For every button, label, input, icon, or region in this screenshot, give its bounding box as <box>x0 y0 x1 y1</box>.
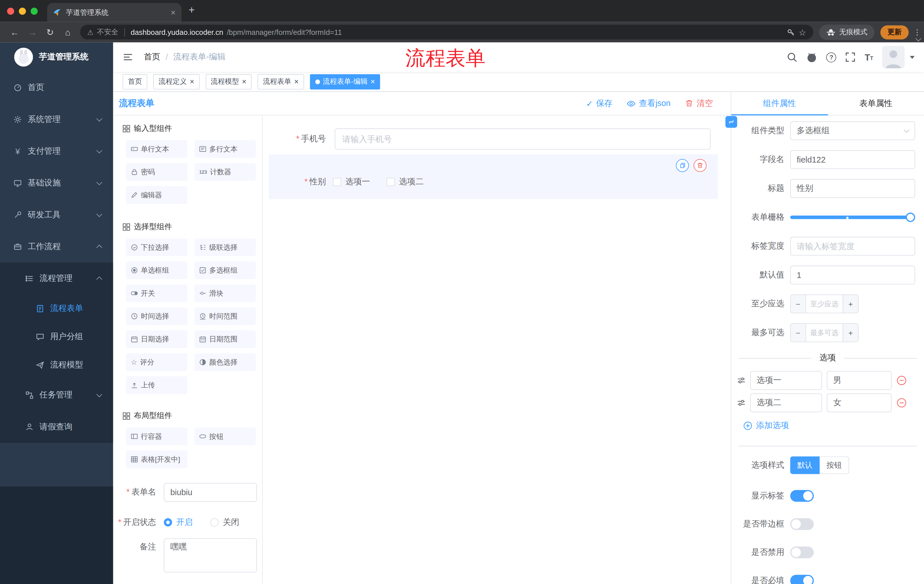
update-button[interactable]: 更新 <box>880 25 909 39</box>
help-icon[interactable]: ? <box>826 52 836 62</box>
sidebar-item-process-management[interactable]: 流程管理 <box>0 263 113 294</box>
delete-widget-button[interactable] <box>693 159 706 172</box>
palette-item-upload[interactable]: 上传 <box>126 376 187 394</box>
label-width-input[interactable] <box>790 237 915 256</box>
not-secure-label[interactable]: 不安全 <box>97 27 118 37</box>
palette-item-editor[interactable]: 编辑器 <box>126 186 187 204</box>
reload-button[interactable]: ↻ <box>41 27 59 38</box>
tag-process-form[interactable]: 流程表单× <box>257 74 304 89</box>
increase-button[interactable]: + <box>843 324 858 342</box>
palette-item-counter[interactable]: 123计数器 <box>195 163 256 181</box>
sidebar-item-infrastructure[interactable]: 基础设施 <box>0 167 113 199</box>
option-label-input[interactable] <box>750 371 822 390</box>
tag-process-model[interactable]: 流程模型× <box>206 74 252 89</box>
form-name-input[interactable] <box>164 483 257 502</box>
tag-home[interactable]: 首页 <box>123 74 147 89</box>
minimize-window-button[interactable] <box>19 8 26 15</box>
remove-option-button[interactable] <box>896 397 907 408</box>
remark-textarea[interactable]: 嘿嘿 <box>164 538 257 572</box>
copy-widget-button[interactable] <box>676 159 689 172</box>
breadcrumb-home[interactable]: 首页 <box>144 52 160 62</box>
option-label-input[interactable] <box>750 393 822 412</box>
palette-item-password[interactable]: 密码 <box>126 163 187 181</box>
palette-item-checkbox-group[interactable]: 多选框组 <box>195 262 256 279</box>
close-window-button[interactable] <box>7 8 14 15</box>
palette-item-row-container[interactable]: 行容器 <box>126 428 187 445</box>
option-value-input[interactable] <box>827 393 892 412</box>
sidebar-item-user-group[interactable]: 用户分组 <box>0 323 113 351</box>
add-option-button[interactable]: 添加选项 <box>743 421 924 431</box>
sidebar-item-home[interactable]: 首页 <box>0 72 113 104</box>
slider-handle[interactable] <box>906 212 915 222</box>
palette-item-radio-group[interactable]: 单选框组 <box>126 262 187 279</box>
forward-button[interactable]: → <box>23 27 41 37</box>
palette-item-cascader[interactable]: 级联选择 <box>195 239 256 256</box>
search-icon[interactable] <box>787 52 797 62</box>
increase-button[interactable]: + <box>843 295 858 313</box>
font-size-icon[interactable]: TT <box>865 53 873 61</box>
decrease-button[interactable]: − <box>791 295 806 313</box>
palette-item-date-range[interactable]: 日期范围 <box>195 330 256 348</box>
max-select-input[interactable] <box>806 324 843 342</box>
palette-item-rate[interactable]: ☆评分 <box>126 354 187 371</box>
palette-item-time-range[interactable]: 时间范围 <box>195 308 256 325</box>
border-toggle[interactable] <box>790 518 813 530</box>
tab-component-properties[interactable]: 组件属性 <box>731 92 828 115</box>
sidebar-item-dev-tools[interactable]: 研发工具 <box>0 199 113 231</box>
sidebar-item-workflow[interactable]: 工作流程 <box>0 231 113 263</box>
palette-item-table[interactable]: 表格[开发中] <box>126 451 187 468</box>
default-value-input[interactable] <box>790 266 915 285</box>
clear-button[interactable]: 清空 <box>685 98 713 109</box>
palette-item-switch[interactable]: 开关 <box>126 285 187 302</box>
sidebar-item-process-model[interactable]: 流程模型 <box>0 351 113 379</box>
palette-item-button[interactable]: 按钮 <box>195 428 256 445</box>
gender-option-1[interactable]: 选项一 <box>333 176 370 187</box>
checkbox-icon[interactable] <box>386 178 395 186</box>
sidebar-item-payment-management[interactable]: ¥ 支付管理 <box>0 135 113 167</box>
zoom-window-button[interactable] <box>31 8 38 15</box>
option-value-input[interactable] <box>827 371 892 390</box>
style-default-button[interactable]: 默认 <box>790 456 820 474</box>
bookmark-star-icon[interactable]: ☆ <box>799 28 806 37</box>
view-json-button[interactable]: 查看json <box>627 98 671 109</box>
phone-input[interactable] <box>335 128 711 150</box>
new-tab-button[interactable]: + <box>189 5 195 15</box>
gender-option-2[interactable]: 选项二 <box>386 176 424 187</box>
fullscreen-icon[interactable] <box>845 52 856 62</box>
sidebar-item-leave-query[interactable]: 请假查询 <box>0 411 113 443</box>
password-key-icon[interactable] <box>787 28 795 36</box>
selected-widget-gender[interactable]: *性别 选项一 选项二 <box>269 154 718 199</box>
sidebar-item-system-management[interactable]: 系统管理 <box>0 104 113 135</box>
show-label-toggle[interactable] <box>790 490 813 502</box>
palette-item-color-picker[interactable]: 颜色选择 <box>195 354 256 371</box>
min-select-input[interactable] <box>806 295 843 313</box>
title-input[interactable] <box>790 179 915 198</box>
github-icon[interactable] <box>806 51 817 63</box>
required-toggle[interactable] <box>790 575 813 584</box>
tag-process-definition[interactable]: 流程定义× <box>153 74 200 89</box>
radio-off[interactable] <box>210 518 219 526</box>
close-icon[interactable]: × <box>371 78 375 86</box>
palette-item-slider[interactable]: 滑块 <box>195 285 256 302</box>
form-grid-slider[interactable] <box>790 208 915 227</box>
browser-tab[interactable]: 芋道管理系统 × <box>47 3 182 22</box>
drag-handle-icon[interactable] <box>737 398 746 407</box>
decrease-button[interactable]: − <box>791 324 806 342</box>
radio-on[interactable] <box>164 518 172 526</box>
component-type-select[interactable]: 多选框组 <box>790 122 915 140</box>
close-icon[interactable]: × <box>242 78 246 86</box>
tab-form-properties[interactable]: 表单属性 <box>828 92 924 115</box>
slider-track[interactable] <box>790 216 915 219</box>
palette-item-single-line-text[interactable]: 单行文本 <box>126 140 187 158</box>
tag-process-form-edit[interactable]: 流程表单-编辑× <box>310 74 381 89</box>
phone-field-row[interactable]: *手机号 <box>263 115 731 150</box>
back-button[interactable]: ← <box>6 27 24 37</box>
checkbox-icon[interactable] <box>333 178 342 186</box>
sidebar-item-task-management[interactable]: 任务管理 <box>0 379 113 411</box>
address-bar[interactable]: ⚠ 不安全 dashboard.yudao.iocoder.cn/bpm/man… <box>80 25 813 40</box>
browser-menu-button[interactable]: ⋮ <box>913 28 921 36</box>
avatar[interactable] <box>882 46 904 68</box>
link-badge[interactable] <box>725 116 737 128</box>
save-button[interactable]: ✓保存 <box>586 98 612 109</box>
home-button[interactable]: ⌂ <box>59 27 77 37</box>
